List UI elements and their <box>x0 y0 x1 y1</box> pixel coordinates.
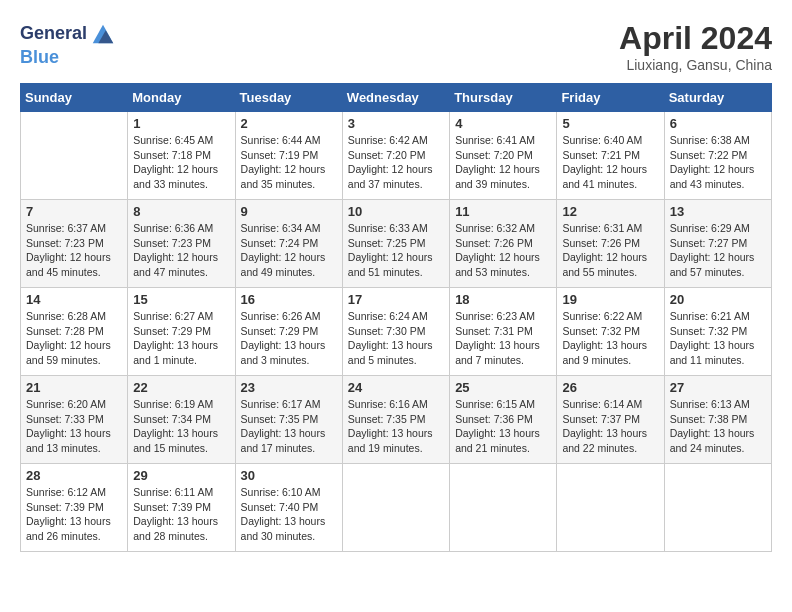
calendar-cell <box>664 464 771 552</box>
day-number: 27 <box>670 380 766 395</box>
cell-info: Sunrise: 6:24 AMSunset: 7:30 PMDaylight:… <box>348 309 444 368</box>
logo-blue: Blue <box>20 47 59 67</box>
calendar-cell: 8Sunrise: 6:36 AMSunset: 7:23 PMDaylight… <box>128 200 235 288</box>
cell-info: Sunrise: 6:38 AMSunset: 7:22 PMDaylight:… <box>670 133 766 192</box>
cell-info: Sunrise: 6:45 AMSunset: 7:18 PMDaylight:… <box>133 133 229 192</box>
calendar-cell <box>557 464 664 552</box>
calendar-table: SundayMondayTuesdayWednesdayThursdayFrid… <box>20 83 772 552</box>
day-number: 18 <box>455 292 551 307</box>
calendar-cell: 25Sunrise: 6:15 AMSunset: 7:36 PMDayligh… <box>450 376 557 464</box>
calendar-cell: 14Sunrise: 6:28 AMSunset: 7:28 PMDayligh… <box>21 288 128 376</box>
day-number: 20 <box>670 292 766 307</box>
calendar-cell: 21Sunrise: 6:20 AMSunset: 7:33 PMDayligh… <box>21 376 128 464</box>
day-number: 11 <box>455 204 551 219</box>
cell-info: Sunrise: 6:33 AMSunset: 7:25 PMDaylight:… <box>348 221 444 280</box>
day-number: 21 <box>26 380 122 395</box>
cell-info: Sunrise: 6:41 AMSunset: 7:20 PMDaylight:… <box>455 133 551 192</box>
cell-info: Sunrise: 6:31 AMSunset: 7:26 PMDaylight:… <box>562 221 658 280</box>
cell-info: Sunrise: 6:22 AMSunset: 7:32 PMDaylight:… <box>562 309 658 368</box>
calendar-cell: 10Sunrise: 6:33 AMSunset: 7:25 PMDayligh… <box>342 200 449 288</box>
calendar-cell: 9Sunrise: 6:34 AMSunset: 7:24 PMDaylight… <box>235 200 342 288</box>
day-number: 13 <box>670 204 766 219</box>
day-number: 16 <box>241 292 337 307</box>
cell-info: Sunrise: 6:28 AMSunset: 7:28 PMDaylight:… <box>26 309 122 368</box>
weekday-header-thursday: Thursday <box>450 84 557 112</box>
day-number: 29 <box>133 468 229 483</box>
calendar-cell: 19Sunrise: 6:22 AMSunset: 7:32 PMDayligh… <box>557 288 664 376</box>
weekday-header-sunday: Sunday <box>21 84 128 112</box>
day-number: 9 <box>241 204 337 219</box>
cell-info: Sunrise: 6:11 AMSunset: 7:39 PMDaylight:… <box>133 485 229 544</box>
weekday-header-tuesday: Tuesday <box>235 84 342 112</box>
day-number: 25 <box>455 380 551 395</box>
cell-info: Sunrise: 6:15 AMSunset: 7:36 PMDaylight:… <box>455 397 551 456</box>
weekday-header-saturday: Saturday <box>664 84 771 112</box>
day-number: 22 <box>133 380 229 395</box>
calendar-cell: 29Sunrise: 6:11 AMSunset: 7:39 PMDayligh… <box>128 464 235 552</box>
month-title: April 2024 <box>619 20 772 57</box>
day-number: 23 <box>241 380 337 395</box>
cell-info: Sunrise: 6:26 AMSunset: 7:29 PMDaylight:… <box>241 309 337 368</box>
calendar-cell: 2Sunrise: 6:44 AMSunset: 7:19 PMDaylight… <box>235 112 342 200</box>
cell-info: Sunrise: 6:32 AMSunset: 7:26 PMDaylight:… <box>455 221 551 280</box>
weekday-header-monday: Monday <box>128 84 235 112</box>
day-number: 28 <box>26 468 122 483</box>
day-number: 17 <box>348 292 444 307</box>
calendar-cell: 17Sunrise: 6:24 AMSunset: 7:30 PMDayligh… <box>342 288 449 376</box>
cell-info: Sunrise: 6:12 AMSunset: 7:39 PMDaylight:… <box>26 485 122 544</box>
calendar-cell: 11Sunrise: 6:32 AMSunset: 7:26 PMDayligh… <box>450 200 557 288</box>
cell-info: Sunrise: 6:42 AMSunset: 7:20 PMDaylight:… <box>348 133 444 192</box>
calendar-cell: 13Sunrise: 6:29 AMSunset: 7:27 PMDayligh… <box>664 200 771 288</box>
calendar-cell: 5Sunrise: 6:40 AMSunset: 7:21 PMDaylight… <box>557 112 664 200</box>
day-number: 10 <box>348 204 444 219</box>
calendar-cell <box>342 464 449 552</box>
day-number: 1 <box>133 116 229 131</box>
day-number: 2 <box>241 116 337 131</box>
day-number: 8 <box>133 204 229 219</box>
calendar-cell: 4Sunrise: 6:41 AMSunset: 7:20 PMDaylight… <box>450 112 557 200</box>
calendar-cell: 23Sunrise: 6:17 AMSunset: 7:35 PMDayligh… <box>235 376 342 464</box>
calendar-cell: 24Sunrise: 6:16 AMSunset: 7:35 PMDayligh… <box>342 376 449 464</box>
day-number: 26 <box>562 380 658 395</box>
calendar-cell: 18Sunrise: 6:23 AMSunset: 7:31 PMDayligh… <box>450 288 557 376</box>
calendar-cell: 16Sunrise: 6:26 AMSunset: 7:29 PMDayligh… <box>235 288 342 376</box>
calendar-header: SundayMondayTuesdayWednesdayThursdayFrid… <box>21 84 772 112</box>
logo-icon <box>89 20 117 48</box>
day-number: 19 <box>562 292 658 307</box>
calendar-cell: 20Sunrise: 6:21 AMSunset: 7:32 PMDayligh… <box>664 288 771 376</box>
calendar-cell: 3Sunrise: 6:42 AMSunset: 7:20 PMDaylight… <box>342 112 449 200</box>
calendar-cell: 15Sunrise: 6:27 AMSunset: 7:29 PMDayligh… <box>128 288 235 376</box>
cell-info: Sunrise: 6:34 AMSunset: 7:24 PMDaylight:… <box>241 221 337 280</box>
cell-info: Sunrise: 6:13 AMSunset: 7:38 PMDaylight:… <box>670 397 766 456</box>
cell-info: Sunrise: 6:23 AMSunset: 7:31 PMDaylight:… <box>455 309 551 368</box>
calendar-cell: 22Sunrise: 6:19 AMSunset: 7:34 PMDayligh… <box>128 376 235 464</box>
day-number: 24 <box>348 380 444 395</box>
calendar-cell: 26Sunrise: 6:14 AMSunset: 7:37 PMDayligh… <box>557 376 664 464</box>
cell-info: Sunrise: 6:21 AMSunset: 7:32 PMDaylight:… <box>670 309 766 368</box>
logo: General Blue <box>20 20 117 68</box>
cell-info: Sunrise: 6:37 AMSunset: 7:23 PMDaylight:… <box>26 221 122 280</box>
calendar-cell <box>21 112 128 200</box>
location: Liuxiang, Gansu, China <box>619 57 772 73</box>
cell-info: Sunrise: 6:44 AMSunset: 7:19 PMDaylight:… <box>241 133 337 192</box>
calendar-cell: 6Sunrise: 6:38 AMSunset: 7:22 PMDaylight… <box>664 112 771 200</box>
day-number: 15 <box>133 292 229 307</box>
page-header: General Blue April 2024 Liuxiang, Gansu,… <box>20 20 772 73</box>
title-block: April 2024 Liuxiang, Gansu, China <box>619 20 772 73</box>
cell-info: Sunrise: 6:17 AMSunset: 7:35 PMDaylight:… <box>241 397 337 456</box>
day-number: 6 <box>670 116 766 131</box>
day-number: 12 <box>562 204 658 219</box>
day-number: 30 <box>241 468 337 483</box>
calendar-cell: 7Sunrise: 6:37 AMSunset: 7:23 PMDaylight… <box>21 200 128 288</box>
cell-info: Sunrise: 6:14 AMSunset: 7:37 PMDaylight:… <box>562 397 658 456</box>
calendar-cell: 27Sunrise: 6:13 AMSunset: 7:38 PMDayligh… <box>664 376 771 464</box>
logo-text: General Blue <box>20 20 117 68</box>
calendar-cell <box>450 464 557 552</box>
calendar-cell: 30Sunrise: 6:10 AMSunset: 7:40 PMDayligh… <box>235 464 342 552</box>
calendar-cell: 28Sunrise: 6:12 AMSunset: 7:39 PMDayligh… <box>21 464 128 552</box>
cell-info: Sunrise: 6:19 AMSunset: 7:34 PMDaylight:… <box>133 397 229 456</box>
cell-info: Sunrise: 6:20 AMSunset: 7:33 PMDaylight:… <box>26 397 122 456</box>
cell-info: Sunrise: 6:36 AMSunset: 7:23 PMDaylight:… <box>133 221 229 280</box>
day-number: 7 <box>26 204 122 219</box>
day-number: 4 <box>455 116 551 131</box>
